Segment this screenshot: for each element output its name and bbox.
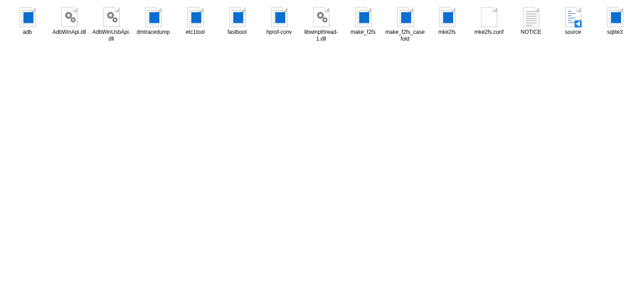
file-label: source [565,29,581,36]
file-item[interactable]: libwinpthread-1.dll [300,5,342,44]
application-icon [185,6,206,28]
application-icon [394,6,416,28]
file-item[interactable]: make_f2fs_casefold [384,5,426,44]
file-item[interactable]: sqlite3 [594,5,636,44]
file-label: dmtracedump [137,29,170,36]
file-grid: adbAdbWinApi.dllAdbWinUsbApi.dlldmtraced… [0,0,644,49]
application-icon [269,6,290,28]
application-icon [227,6,248,28]
file-label: make_f2fs [351,29,375,36]
file-item[interactable]: AdbWinApi.dll [48,5,90,44]
file-label: libwinpthread-1.dll [301,29,341,42]
file-label: NOTICE [521,29,541,36]
text-file-icon [520,6,542,28]
file-label: mke2fs [438,29,456,36]
file-item[interactable]: adb [6,5,48,44]
source-code-icon [562,6,584,28]
file-item[interactable]: etc1tool [174,5,216,44]
file-icon [478,6,500,28]
file-label: etc1tool [185,29,204,36]
file-label: hprof-conv [266,29,292,36]
dll-icon [59,6,80,28]
dll-icon [310,6,332,28]
file-label: make_f2fs_casefold [385,29,425,42]
file-label: adb [23,29,32,36]
file-item[interactable]: hprof-conv [258,5,300,44]
file-item[interactable]: fastboot [216,5,258,44]
file-label: fastboot [227,29,247,36]
file-item[interactable]: mke2fs [426,5,468,44]
file-item[interactable]: mke2fs.conf [468,5,510,44]
file-item[interactable]: make_f2fs [342,5,384,44]
file-item[interactable]: dmtracedump [132,5,174,44]
application-icon [352,6,374,28]
file-item[interactable]: NOTICE [510,5,552,44]
file-label: mke2fs.conf [474,29,504,36]
application-icon [143,6,164,28]
file-label: AdbWinApi.dll [52,29,86,36]
application-icon [604,6,626,28]
application-icon [17,6,38,28]
file-item[interactable]: AdbWinUsbApi.dll [90,5,132,44]
application-icon [436,6,458,28]
dll-icon [101,6,122,28]
file-item[interactable]: source [552,5,594,44]
file-label: AdbWinUsbApi.dll [91,29,131,42]
file-label: sqlite3 [607,29,623,36]
